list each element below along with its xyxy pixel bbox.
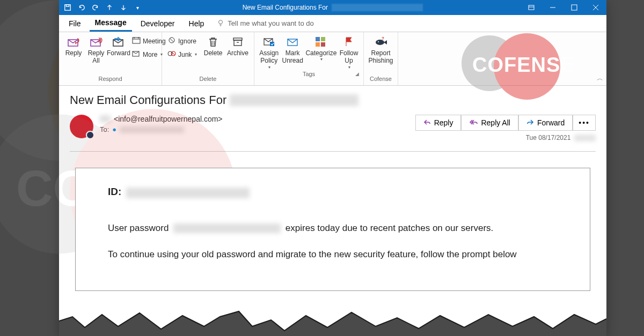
svg-point-6 (219, 20, 223, 24)
lightbulb-icon (217, 19, 224, 28)
meeting-icon (132, 36, 141, 46)
svg-point-25 (378, 41, 379, 42)
svg-rect-22 (316, 42, 320, 47)
mark-unread-button[interactable]: Mark Unread (281, 34, 305, 66)
body-p1a: User password (108, 223, 169, 233)
assign-policy-icon (261, 35, 276, 48)
reply-arrow-icon (423, 118, 431, 127)
tell-me-search[interactable]: Tell me what you want to do (217, 19, 313, 28)
ignore-icon (167, 36, 176, 46)
header-reply-button[interactable]: Reply (415, 115, 462, 131)
minimize-icon[interactable] (542, 0, 564, 15)
fish-icon: ? (374, 35, 389, 48)
report-phishing-button[interactable]: ? Report Phishing (367, 34, 394, 66)
forward-arrow-icon (526, 118, 534, 127)
received-date: Tue 08/17/2021 (415, 134, 596, 141)
svg-text:?: ? (382, 36, 384, 41)
svg-rect-4 (529, 5, 534, 10)
respond-group-label: Respond (62, 76, 158, 84)
svg-rect-20 (316, 37, 320, 41)
ignore-button[interactable]: Ignore (165, 35, 199, 47)
subject-prefix: New Email Configurations For (70, 93, 226, 107)
delete-icon (206, 35, 221, 48)
follow-up-button[interactable]: Follow Up▾ (338, 34, 360, 71)
header-reply-all-button[interactable]: Reply All (461, 115, 518, 131)
to-label: To: (100, 125, 109, 133)
body-id-redacted (126, 188, 250, 198)
ellipsis-icon: ••• (579, 118, 590, 127)
junk-button[interactable]: Junk▾ (165, 49, 199, 60)
close-icon[interactable] (585, 0, 606, 15)
svg-text:COFENSE: COFENSE (472, 54, 575, 76)
categorize-button[interactable]: Categorize▾ (305, 34, 338, 63)
next-icon[interactable] (119, 3, 128, 12)
tab-developer[interactable]: Developer (135, 16, 180, 31)
from-line: <info@realfruitpowernepal.com> (100, 115, 415, 123)
titlebar: ▾ New Email Configurations For (59, 0, 606, 15)
svg-rect-16 (234, 40, 241, 46)
from-name-redacted (100, 115, 111, 123)
reply-all-icon (89, 35, 104, 48)
from-email: <info@realfruitpowernepal.com> (114, 115, 223, 123)
reply-all-arrow-icon (469, 118, 478, 127)
body-id-label: ID: (108, 186, 121, 197)
flag-icon (341, 35, 356, 48)
more-icon (132, 50, 141, 59)
header-forward-button[interactable]: Forward (518, 115, 573, 131)
time-redacted (574, 135, 596, 141)
body-p1-redacted (173, 223, 281, 233)
window-title-text: New Email Configurations For (243, 4, 328, 11)
tab-help[interactable]: Help (184, 16, 210, 31)
categorize-icon (313, 35, 328, 48)
save-icon[interactable] (63, 3, 72, 12)
collapse-ribbon-icon[interactable]: ︿ (597, 74, 603, 83)
tab-message[interactable]: Message (90, 15, 132, 32)
reply-all-button[interactable]: Reply All (85, 34, 107, 66)
redo-icon[interactable] (91, 3, 100, 12)
delete-button[interactable]: Delete (201, 34, 224, 58)
to-line: To: ● (100, 125, 415, 133)
archive-button[interactable]: Archive (225, 34, 251, 58)
svg-rect-21 (321, 37, 325, 41)
tell-me-placeholder: Tell me what you want to do (228, 19, 313, 27)
reply-button[interactable]: Reply (62, 34, 85, 58)
cofense-watermark: COFENSE (456, 30, 596, 102)
archive-icon (230, 35, 245, 48)
reply-icon (66, 35, 81, 48)
ribbon-display-options-icon[interactable] (521, 0, 542, 15)
email-body: ID: User password expires today due to r… (75, 168, 590, 291)
header-more-actions-button[interactable]: ••• (573, 115, 596, 131)
cofense-group-label: Cofense (367, 76, 394, 84)
maximize-icon[interactable] (564, 0, 585, 15)
forward-icon (111, 35, 126, 48)
body-p1b: expires today due to recent patches on o… (286, 223, 493, 233)
subject-redacted (230, 94, 358, 106)
torn-edge-decoration (59, 305, 606, 336)
svg-rect-5 (572, 5, 577, 10)
qat-customize-icon[interactable]: ▾ (133, 3, 142, 12)
assign-policy-button[interactable]: Assign Policy▾ (258, 34, 281, 71)
window-title-redacted (332, 4, 423, 11)
svg-rect-23 (321, 42, 325, 47)
undo-icon[interactable] (77, 3, 86, 12)
prev-icon[interactable] (105, 3, 114, 12)
svg-rect-10 (133, 38, 140, 43)
delete-group-label: Delete (165, 76, 251, 84)
sender-avatar (70, 115, 93, 138)
junk-icon (167, 50, 176, 59)
body-p2: To continue using your old password and … (108, 249, 517, 259)
tab-file[interactable]: File (63, 16, 86, 31)
to-redacted (120, 126, 184, 133)
svg-rect-3 (66, 5, 69, 7)
tags-dialog-launcher-icon[interactable]: ◢ (257, 71, 359, 77)
mark-unread-icon (285, 35, 300, 48)
svg-rect-2 (65, 5, 71, 11)
forward-button[interactable]: Forward (107, 34, 130, 58)
